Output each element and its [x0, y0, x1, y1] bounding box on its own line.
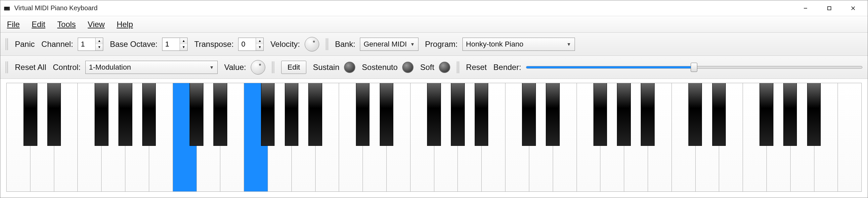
black-key[interactable]: [688, 83, 702, 146]
channel-label: Channel:: [41, 40, 73, 49]
grip-icon: [457, 62, 460, 73]
channel-up[interactable]: ▲: [96, 38, 103, 44]
velocity-knob[interactable]: [305, 37, 319, 51]
grip-icon: [272, 62, 275, 73]
app-icon: [3, 4, 11, 12]
window-buttons: [794, 0, 865, 16]
chevron-down-icon: ▼: [410, 42, 415, 47]
bank-label: Bank:: [335, 40, 355, 49]
menu-help[interactable]: Help: [117, 20, 133, 29]
soft-led[interactable]: [439, 62, 450, 73]
chevron-down-icon: ▼: [567, 42, 571, 47]
panic-button[interactable]: Panic: [15, 40, 35, 49]
black-key[interactable]: [641, 83, 655, 146]
menu-bar: File Edit Tools View Help: [0, 16, 868, 33]
black-key[interactable]: [712, 83, 726, 146]
bank-combo[interactable]: General MIDI ▼: [360, 38, 418, 51]
soft-label: Soft: [420, 63, 434, 72]
window-title: Virtual MIDI Piano Keyboard: [14, 4, 794, 12]
svg-rect-4: [8, 7, 8, 9]
black-key[interactable]: [380, 83, 394, 146]
reset-button[interactable]: Reset: [466, 63, 487, 72]
sustain-label: Sustain: [313, 63, 339, 72]
transpose-up[interactable]: ▲: [256, 38, 263, 44]
title-bar: Virtual MIDI Piano Keyboard: [0, 0, 868, 16]
white-key[interactable]: [838, 83, 861, 191]
black-key[interactable]: [475, 83, 489, 146]
svg-rect-2: [5, 7, 6, 9]
baseoct-label: Base Octave:: [110, 40, 157, 49]
transpose-input[interactable]: [239, 38, 256, 50]
toolbar-2: Reset All Control: 1-Modulation ▼ Value:…: [0, 56, 868, 79]
black-key[interactable]: [451, 83, 465, 146]
black-key[interactable]: [118, 83, 132, 146]
grip-icon: [6, 38, 9, 50]
black-key[interactable]: [522, 83, 536, 146]
black-key[interactable]: [546, 83, 560, 146]
black-key[interactable]: [760, 83, 773, 146]
svg-rect-3: [6, 7, 7, 9]
bender-slider[interactable]: [526, 63, 862, 72]
resetall-button[interactable]: Reset All: [15, 63, 46, 72]
grip-icon: [326, 38, 329, 50]
transpose-label: Transpose:: [194, 40, 234, 49]
svg-rect-6: [828, 7, 831, 10]
channel-input[interactable]: [78, 38, 95, 50]
maximize-button[interactable]: [817, 0, 841, 16]
black-key[interactable]: [24, 83, 37, 146]
transpose-spinbox[interactable]: ▲▼: [238, 38, 264, 51]
baseoct-input[interactable]: [162, 38, 180, 50]
baseoct-up[interactable]: ▲: [180, 38, 187, 44]
black-key[interactable]: [190, 83, 204, 146]
black-key[interactable]: [427, 83, 441, 146]
value-label: Value:: [224, 63, 246, 72]
black-key[interactable]: [47, 83, 61, 146]
control-combo[interactable]: 1-Modulation ▼: [85, 61, 218, 74]
black-key[interactable]: [142, 83, 156, 146]
velocity-label: Velocity:: [270, 40, 300, 49]
black-key[interactable]: [783, 83, 797, 146]
menu-tools[interactable]: Tools: [57, 20, 76, 29]
program-label: Program:: [425, 40, 458, 49]
black-key[interactable]: [285, 83, 299, 146]
black-key[interactable]: [213, 83, 227, 146]
baseoct-down[interactable]: ▼: [180, 44, 187, 50]
minimize-button[interactable]: [794, 0, 817, 16]
black-key[interactable]: [807, 83, 821, 146]
black-key[interactable]: [308, 83, 322, 146]
app-window: Virtual MIDI Piano Keyboard File Edit To…: [0, 0, 868, 198]
sostenuto-label: Sostenuto: [362, 63, 398, 72]
menu-file[interactable]: File: [7, 20, 20, 29]
transpose-down[interactable]: ▼: [256, 44, 263, 50]
bender-label: Bender:: [494, 63, 521, 72]
program-combo[interactable]: Honky-tonk Piano ▼: [462, 38, 575, 51]
black-key[interactable]: [95, 83, 108, 146]
edit-button[interactable]: Edit: [281, 61, 306, 74]
sustain-led[interactable]: [344, 62, 355, 73]
sostenuto-led[interactable]: [402, 62, 413, 73]
value-knob[interactable]: [251, 60, 265, 75]
channel-down[interactable]: ▼: [96, 44, 103, 50]
menu-view[interactable]: View: [88, 20, 105, 29]
black-key[interactable]: [617, 83, 631, 146]
piano-area: [0, 79, 868, 198]
close-button[interactable]: [841, 0, 865, 16]
channel-spinbox[interactable]: ▲▼: [78, 38, 103, 51]
menu-edit[interactable]: Edit: [32, 20, 45, 29]
black-key[interactable]: [356, 83, 370, 146]
toolbar-1: Panic Channel: ▲▼ Base Octave: ▲▼ Transp…: [0, 33, 868, 56]
piano-keyboard: [6, 83, 862, 192]
black-key[interactable]: [593, 83, 607, 146]
baseoct-spinbox[interactable]: ▲▼: [162, 38, 188, 51]
grip-icon: [6, 62, 9, 73]
chevron-down-icon: ▼: [209, 65, 214, 70]
black-key[interactable]: [261, 83, 275, 146]
control-label: Control:: [53, 63, 81, 72]
